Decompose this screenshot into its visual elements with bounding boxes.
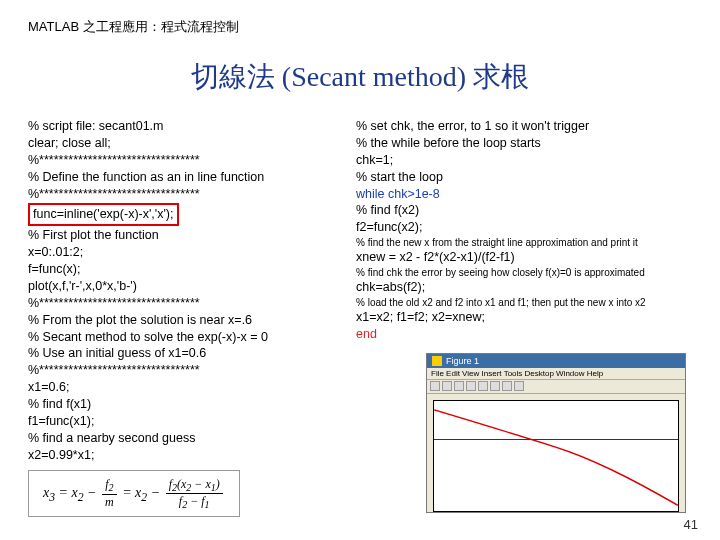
window-titlebar[interactable]: Figure 1 — [427, 354, 685, 368]
tool-icon[interactable] — [514, 381, 524, 391]
function-curve — [434, 401, 678, 511]
code-line: % the while before the loop starts — [356, 135, 686, 152]
right-column: % set chk, the error, to 1 so it won't t… — [356, 118, 686, 517]
code-line: xnew = x2 - f2*(x2-x1)/(f2-f1) — [356, 249, 686, 266]
code-line: f=func(x); — [28, 261, 338, 278]
tool-icon[interactable] — [466, 381, 476, 391]
code-line: % find f(x1) — [28, 396, 338, 413]
code-line: f2=func(x2); — [356, 219, 686, 236]
page-number: 41 — [684, 517, 698, 532]
code-line: chk=1; — [356, 152, 686, 169]
tool-icon[interactable] — [502, 381, 512, 391]
code-comment: % find chk the error by seeing how close… — [356, 266, 686, 279]
code-line: %********************************* — [28, 152, 338, 169]
page-title: 切線法 (Secant method) 求根 — [28, 58, 692, 96]
code-line: % start the loop — [356, 169, 686, 186]
tool-icon[interactable] — [442, 381, 452, 391]
code-line: %********************************* — [28, 362, 338, 379]
tool-icon[interactable] — [454, 381, 464, 391]
code-line: % Secant method to solve the exp(-x)-x =… — [28, 329, 338, 346]
figure-menubar[interactable]: File Edit View Insert Tools Desktop Wind… — [427, 368, 685, 380]
code-line: % set chk, the error, to 1 so it won't t… — [356, 118, 686, 135]
tool-icon[interactable] — [430, 381, 440, 391]
code-line: % From the plot the solution is near x=.… — [28, 312, 338, 329]
content-columns: % script file: secant01.m clear; close a… — [28, 118, 692, 517]
code-line: % Define the function as an in line func… — [28, 169, 338, 186]
code-comment: % load the old x2 and f2 into x1 and f1;… — [356, 296, 686, 309]
left-column: % script file: secant01.m clear; close a… — [28, 118, 338, 517]
code-line: clear; close all; — [28, 135, 338, 152]
code-line-keyword: end — [356, 326, 686, 343]
code-line: % First plot the function — [28, 227, 338, 244]
code-line: chk=abs(f2); — [356, 279, 686, 296]
code-comment: % find the new x from the straight line … — [356, 236, 686, 249]
window-title-text: Figure 1 — [446, 356, 479, 366]
plot-axes[interactable] — [433, 400, 679, 512]
code-line: func=inline('exp(-x)-x','x'); — [28, 202, 338, 227]
code-line: % find a nearby second guess — [28, 430, 338, 447]
code-line: x1=x2; f1=f2; x2=xnew; — [356, 309, 686, 326]
code-line: x2=0.99*x1; — [28, 447, 338, 464]
code-line: plot(x,f,'r-',x,0*x,'b-') — [28, 278, 338, 295]
code-line: % Use an initial guess of x1=0.6 — [28, 345, 338, 362]
page-header: MATLAB 之工程應用：程式流程控制 — [28, 18, 692, 36]
formula-box: x3 = x2 − f2m = x2 − f2(x2 − x1)f2 − f1 — [28, 470, 240, 518]
code-line: % find f(x2) — [356, 202, 686, 219]
code-line: x1=0.6; — [28, 379, 338, 396]
tool-icon[interactable] — [478, 381, 488, 391]
code-line: x=0:.01:2; — [28, 244, 338, 261]
tool-icon[interactable] — [490, 381, 500, 391]
figure-icon — [432, 356, 442, 366]
code-line: %********************************* — [28, 295, 338, 312]
highlighted-code: func=inline('exp(-x)-x','x'); — [28, 203, 179, 226]
code-line: %********************************* — [28, 186, 338, 203]
matlab-figure-window[interactable]: Figure 1 File Edit View Insert Tools Des… — [426, 353, 686, 513]
code-line-keyword: while chk>1e-8 — [356, 186, 686, 203]
code-line: % script file: secant01.m — [28, 118, 338, 135]
code-line: f1=func(x1); — [28, 413, 338, 430]
figure-toolbar[interactable] — [427, 380, 685, 394]
